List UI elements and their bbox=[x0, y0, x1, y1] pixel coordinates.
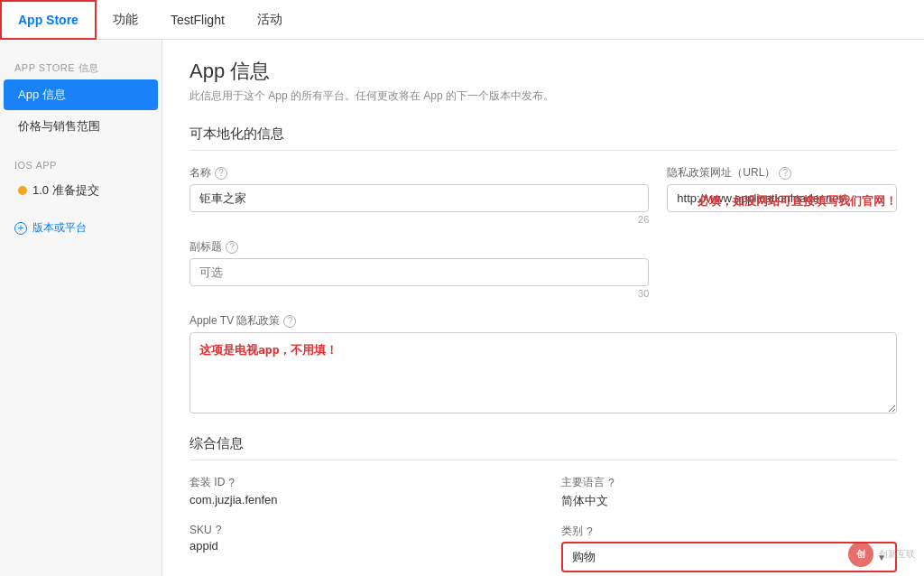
nav-item-testflight[interactable]: TestFlight bbox=[154, 0, 241, 40]
nav-item-appstore[interactable]: App Store bbox=[0, 0, 97, 40]
page-subtitle: 此信息用于这个 App 的所有平台。任何更改将在 App 的下一个版本中发布。 bbox=[189, 88, 897, 104]
category-help-icon[interactable]: ? bbox=[587, 525, 593, 538]
category-item: 类别 ? 购物 ▼ bbox=[561, 524, 897, 572]
category-value: 购物 bbox=[572, 549, 596, 565]
sidebar-section-appstore: APP STORE 信息 bbox=[0, 54, 162, 79]
localizable-section-title: 可本地化的信息 bbox=[189, 125, 897, 151]
watermark: 创 创新互联 bbox=[848, 542, 915, 567]
sku-value: appid bbox=[189, 539, 525, 553]
appletv-textarea[interactable]: 这项是电视app，不用填！ bbox=[189, 332, 897, 413]
subtitle-help-icon[interactable]: ? bbox=[226, 241, 238, 254]
subtitle-field-group: 副标题 ? 30 bbox=[189, 239, 649, 299]
required-note: 必填，如没网站可直接填写我们官网！ bbox=[698, 193, 897, 209]
plus-icon: ＋ bbox=[14, 222, 27, 235]
main-layout: APP STORE 信息 App 信息 价格与销售范围 IOS APP 1.0 … bbox=[0, 40, 924, 576]
bundle-id-value: com.juzjia.fenfen bbox=[189, 493, 525, 506]
nav-item-activity[interactable]: 活动 bbox=[241, 0, 299, 40]
comprehensive-section: 综合信息 套装 ID ? com.juzjia.fenfen 主要语言 ? bbox=[189, 435, 897, 576]
name-char-count: 26 bbox=[189, 214, 649, 225]
subtitle-field-label: 副标题 ? bbox=[189, 239, 649, 255]
info-grid: 套装 ID ? com.juzjia.fenfen 主要语言 ? 简体中文 bbox=[189, 475, 897, 576]
subtitle-row: 副标题 ? 30 bbox=[189, 239, 897, 299]
bundle-id-item: 套装 ID ? com.juzjia.fenfen bbox=[189, 475, 525, 509]
primary-language-label: 主要语言 ? bbox=[561, 475, 897, 490]
primary-language-help-icon[interactable]: ? bbox=[608, 477, 614, 489]
bundle-id-help-icon[interactable]: ? bbox=[228, 477, 235, 489]
sidebar: APP STORE 信息 App 信息 价格与销售范围 IOS APP 1.0 … bbox=[0, 40, 162, 576]
privacy-url-label: 隐私政策网址（URL） ? bbox=[667, 165, 897, 181]
category-label: 类别 ? bbox=[561, 524, 897, 539]
appletv-help-icon[interactable]: ? bbox=[283, 315, 296, 328]
comprehensive-section-title: 综合信息 bbox=[189, 435, 897, 460]
primary-language-value: 简体中文 bbox=[561, 493, 897, 509]
page-title: App 信息 bbox=[189, 58, 897, 85]
sku-label: SKU ? bbox=[189, 524, 525, 536]
name-field-group: 名称 ? 26 bbox=[189, 165, 649, 225]
primary-language-item: 主要语言 ? 简体中文 bbox=[561, 475, 897, 509]
sidebar-item-app-info[interactable]: App 信息 bbox=[4, 79, 158, 110]
subtitle-right-spacer bbox=[667, 239, 897, 299]
subtitle-input[interactable] bbox=[189, 258, 649, 286]
category-dropdown[interactable]: 购物 ▼ bbox=[561, 542, 897, 572]
bundle-id-label: 套装 ID ? bbox=[189, 475, 525, 490]
appletv-field-group: Apple TV 隐私政策 ? 这项是电视app，不用填！ bbox=[189, 313, 897, 413]
sku-help-icon[interactable]: ? bbox=[216, 524, 222, 536]
watermark-text: 创新互联 bbox=[879, 548, 915, 561]
version-status-dot bbox=[18, 186, 27, 195]
sidebar-section-ios: IOS APP bbox=[0, 153, 162, 174]
sidebar-add-version[interactable]: ＋ 版本或平台 bbox=[0, 213, 162, 243]
subtitle-char-count: 30 bbox=[189, 288, 649, 299]
sku-item: SKU ? appid bbox=[189, 524, 525, 572]
privacy-url-help-icon[interactable]: ? bbox=[779, 167, 791, 180]
watermark-logo: 创 bbox=[848, 542, 873, 567]
name-help-icon[interactable]: ? bbox=[215, 167, 227, 180]
top-navigation: App Store 功能 TestFlight 活动 bbox=[0, 0, 924, 40]
sidebar-item-version[interactable]: 1.0 准备提交 bbox=[4, 175, 158, 206]
name-input[interactable] bbox=[189, 184, 649, 212]
nav-item-features[interactable]: 功能 bbox=[97, 0, 154, 40]
sidebar-item-pricing[interactable]: 价格与销售范围 bbox=[4, 111, 158, 142]
appletv-label: Apple TV 隐私政策 ? bbox=[189, 313, 897, 329]
main-content: App 信息 此信息用于这个 App 的所有平台。任何更改将在 App 的下一个… bbox=[162, 40, 924, 576]
name-field-label: 名称 ? bbox=[189, 165, 649, 181]
